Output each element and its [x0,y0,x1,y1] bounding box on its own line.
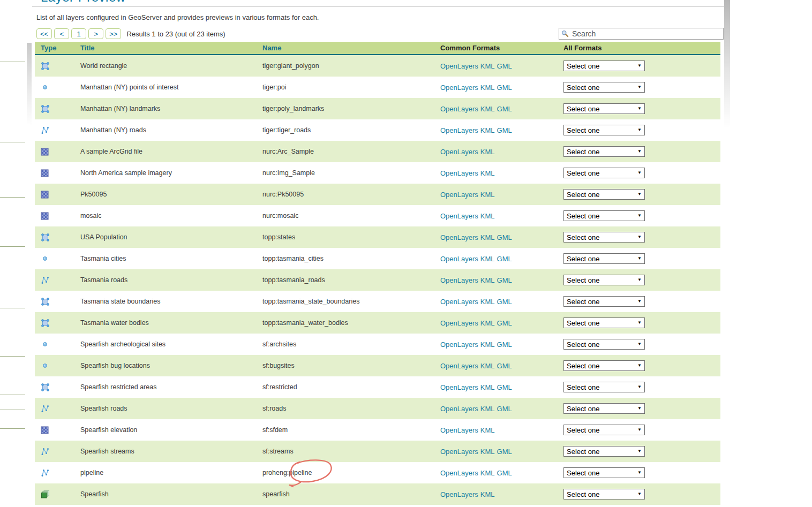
layer-title: Manhattan (NY) points of interest [80,84,262,91]
format-link-openlayers[interactable]: OpenLayers [440,148,478,156]
header-title[interactable]: Title [80,44,95,52]
pager-prev-button[interactable]: < [54,28,69,39]
chevron-down-icon: ▼ [637,256,642,261]
format-link-kml[interactable]: KML [480,426,495,434]
format-link-kml[interactable]: KML [480,469,495,477]
format-link-kml[interactable]: KML [480,62,495,70]
raster-icon [35,169,80,177]
all-formats-select[interactable]: Select one▼ [563,146,645,157]
all-formats-select[interactable]: Select one▼ [563,189,645,200]
format-link-kml[interactable]: KML [480,405,495,413]
pager-page-1-button[interactable]: 1 [71,28,86,39]
pager-last-button[interactable]: >> [106,28,121,39]
format-link-kml[interactable]: KML [480,169,495,177]
format-link-gml[interactable]: GML [497,276,512,284]
format-link-kml[interactable]: KML [480,448,495,456]
format-link-openlayers[interactable]: OpenLayers [440,84,478,92]
line-icon [35,404,80,413]
format-link-gml[interactable]: GML [497,340,512,349]
format-link-gml[interactable]: GML [497,255,512,263]
format-link-openlayers[interactable]: OpenLayers [440,298,478,306]
search-box[interactable] [559,28,724,40]
format-link-kml[interactable]: KML [480,255,495,263]
layer-name: sf:streams [262,448,440,455]
format-link-openlayers[interactable]: OpenLayers [440,169,478,177]
format-link-openlayers[interactable]: OpenLayers [440,191,478,199]
format-link-kml[interactable]: KML [480,191,495,199]
format-link-openlayers[interactable]: OpenLayers [440,426,478,434]
format-link-gml[interactable]: GML [497,319,512,327]
all-formats-select[interactable]: Select one▼ [563,339,645,350]
format-link-gml[interactable]: GML [497,362,512,370]
search-input[interactable] [571,29,721,39]
pager-next-button[interactable]: > [88,28,103,39]
format-link-openlayers[interactable]: OpenLayers [440,233,478,241]
format-link-kml[interactable]: KML [480,84,495,92]
common-format-links: OpenLayersKMLGML [440,233,563,241]
format-link-gml[interactable]: GML [497,469,512,477]
all-formats-select[interactable]: Select one▼ [563,360,645,371]
all-formats-select[interactable]: Select one▼ [563,125,645,135]
header-type[interactable]: Type [41,44,56,52]
all-formats-select[interactable]: Select one▼ [563,168,645,178]
table-row: Spearfish archeological sitessf:archsite… [35,334,720,355]
all-formats-select[interactable]: Select one▼ [563,467,645,478]
format-link-gml[interactable]: GML [497,383,512,391]
format-link-kml[interactable]: KML [480,319,495,327]
format-link-kml[interactable]: KML [480,126,495,134]
format-link-kml[interactable]: KML [480,212,495,220]
format-link-openlayers[interactable]: OpenLayers [440,126,478,134]
format-link-openlayers[interactable]: OpenLayers [440,105,478,113]
all-formats-select[interactable]: Select one▼ [563,403,645,414]
all-formats-select[interactable]: Select one▼ [563,210,645,221]
common-format-links: OpenLayersKMLGML [440,84,563,92]
all-formats-select[interactable]: Select one▼ [563,82,645,93]
all-formats-select[interactable]: Select one▼ [563,425,645,435]
all-formats-select[interactable]: Select one▼ [563,232,645,243]
format-link-kml[interactable]: KML [480,105,495,113]
format-link-openlayers[interactable]: OpenLayers [440,340,478,349]
format-link-kml[interactable]: KML [480,490,495,498]
format-link-openlayers[interactable]: OpenLayers [440,383,478,391]
format-link-gml[interactable]: GML [497,105,512,113]
all-formats-select[interactable]: Select one▼ [563,60,645,71]
format-link-kml[interactable]: KML [480,340,495,349]
format-link-openlayers[interactable]: OpenLayers [440,490,478,498]
format-link-openlayers[interactable]: OpenLayers [440,319,478,327]
format-link-kml[interactable]: KML [480,383,495,391]
format-link-gml[interactable]: GML [497,448,512,456]
format-link-openlayers[interactable]: OpenLayers [440,212,478,220]
format-link-openlayers[interactable]: OpenLayers [440,255,478,263]
format-link-kml[interactable]: KML [480,148,495,156]
line-icon [35,126,80,135]
format-link-openlayers[interactable]: OpenLayers [440,276,478,284]
format-link-gml[interactable]: GML [497,84,512,92]
layer-name: tiger:poi [262,84,440,91]
all-formats-select[interactable]: Select one▼ [563,446,645,457]
format-link-kml[interactable]: KML [480,298,495,306]
layer-title: North America sample imagery [80,169,262,177]
all-formats-select[interactable]: Select one▼ [563,489,645,500]
format-link-gml[interactable]: GML [497,405,512,413]
format-link-openlayers[interactable]: OpenLayers [440,448,478,456]
format-link-gml[interactable]: GML [497,126,512,134]
all-formats-select[interactable]: Select one▼ [563,275,645,285]
format-link-kml[interactable]: KML [480,362,495,370]
all-formats-select[interactable]: Select one▼ [563,317,645,328]
format-link-openlayers[interactable]: OpenLayers [440,469,478,477]
all-formats-select[interactable]: Select one▼ [563,103,645,114]
format-link-gml[interactable]: GML [497,233,512,241]
format-link-openlayers[interactable]: OpenLayers [440,362,478,370]
format-link-gml[interactable]: GML [497,298,512,306]
all-formats-select[interactable]: Select one▼ [563,382,645,392]
format-link-openlayers[interactable]: OpenLayers [440,405,478,413]
all-formats-select[interactable]: Select one▼ [563,296,645,307]
format-link-gml[interactable]: GML [497,62,512,70]
common-format-links: OpenLayersKMLGML [440,448,563,456]
pager-first-button[interactable]: << [36,28,52,39]
all-formats-select[interactable]: Select one▼ [563,253,645,264]
format-link-openlayers[interactable]: OpenLayers [440,62,478,70]
format-link-kml[interactable]: KML [480,233,495,241]
format-link-kml[interactable]: KML [480,276,495,284]
header-name[interactable]: Name [262,44,281,52]
